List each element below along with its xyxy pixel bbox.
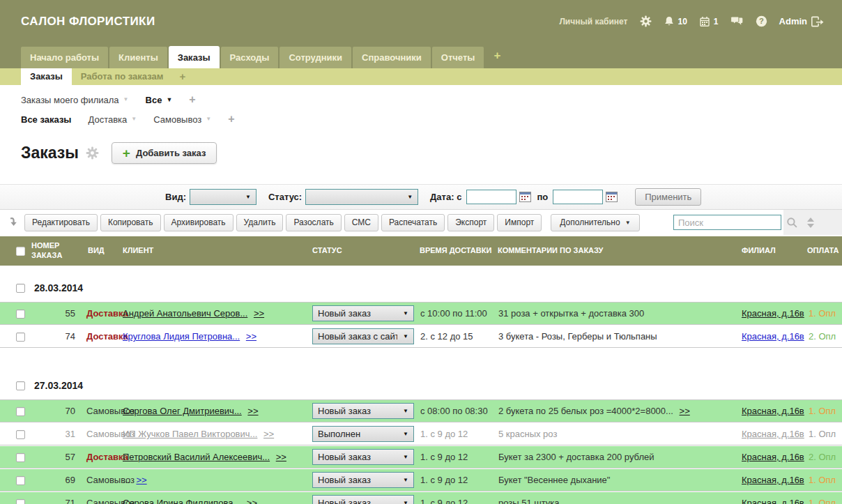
col-branch[interactable]: ФИЛИАЛ (737, 246, 803, 256)
client-expand-link[interactable]: >> (246, 331, 257, 342)
client-link[interactable]: Петровский Василий Алексеевич... (123, 452, 270, 462)
row-checkbox[interactable] (16, 453, 25, 462)
filter-all[interactable]: Все ▼ (146, 95, 173, 105)
archive-button[interactable]: Архивировать (164, 214, 234, 231)
client-expand-link[interactable]: >> (247, 406, 258, 416)
client-link[interactable]: ИП Жучков Павел Викторович... (123, 429, 257, 439)
date-from-input[interactable] (466, 190, 516, 204)
subtab-rabota-po-zakazam[interactable]: Работа по заказам (72, 68, 173, 85)
filter-branch-orders[interactable]: Заказы моего филиала ▼ (21, 95, 129, 105)
branch-link[interactable]: Красная, д.16в (742, 308, 804, 319)
filter-pickup[interactable]: Самовывоз ▼ (153, 114, 211, 125)
tab-rashody[interactable]: Расходы (221, 47, 279, 68)
order-status-select[interactable]: Новый заказ ▼ (312, 472, 414, 488)
order-status-select[interactable]: Новый заказ ▼ (312, 449, 414, 465)
subtab-zakazy[interactable]: Заказы (21, 68, 72, 85)
kind-select[interactable]: ▼ (190, 189, 257, 205)
tab-spravochniki[interactable]: Справочники (353, 47, 431, 68)
client-link[interactable]: Серова Ирина Филлипова... (123, 498, 240, 504)
help-button[interactable]: ? (756, 15, 767, 27)
col-client[interactable]: КЛИЕНТ (118, 246, 308, 256)
branch-link[interactable]: Красная, д.16в (742, 498, 804, 504)
client-expand-link[interactable]: >> (247, 498, 257, 504)
collapse-toolbar-icon[interactable] (8, 217, 18, 228)
branch-link[interactable]: Красная, д.16в (742, 429, 804, 439)
filter-delivery[interactable]: Доставка ▼ (88, 114, 137, 125)
search-icon[interactable] (786, 217, 798, 229)
group-checkbox[interactable] (16, 284, 25, 293)
edit-button[interactable]: Редактировать (24, 214, 98, 231)
client-expand-link[interactable]: >> (136, 475, 146, 485)
messages-button[interactable] (730, 16, 744, 27)
client-expand-link[interactable]: >> (276, 452, 286, 462)
search-input[interactable] (673, 215, 781, 230)
comment-expand-link[interactable]: >> (680, 406, 690, 416)
notifications-button[interactable]: 10 (664, 15, 687, 27)
date-to-input[interactable] (553, 190, 603, 204)
order-status-select[interactable]: Новый заказ ▼ (312, 403, 414, 419)
apply-filter-button[interactable]: Применить (635, 188, 701, 206)
export-button[interactable]: Экспорт (447, 214, 494, 231)
col-status[interactable]: СТАТУС (308, 246, 415, 256)
date-to-calendar-icon[interactable] (606, 192, 618, 202)
settings-button[interactable] (640, 15, 652, 27)
order-status-select[interactable]: Новый заказ с сайта ▼ (312, 328, 414, 344)
print-button[interactable]: Распечатать (381, 214, 445, 231)
sort-desc-icon[interactable] (807, 224, 814, 228)
client-link[interactable]: Круглова Лидия Петровна... (123, 331, 240, 342)
tab-nachalo-raboty[interactable]: Начало работы (21, 47, 108, 68)
add-order-button[interactable]: + Добавить заказ (112, 142, 217, 164)
row-checkbox[interactable] (16, 407, 25, 416)
date-from-calendar-icon[interactable] (519, 192, 531, 202)
col-payment[interactable]: ОПЛАТА (803, 246, 842, 256)
branch-link[interactable]: Красная, д.16в (742, 331, 804, 342)
row-checkbox[interactable] (16, 499, 25, 504)
copy-button[interactable]: Копировать (100, 214, 161, 231)
client-link[interactable]: Андрей Анатольевич Серов... (123, 308, 247, 319)
col-comment[interactable]: КОММЕНТАРИИ ПО ЗАКАЗУ (493, 246, 737, 256)
select-all-checkbox[interactable] (16, 247, 25, 256)
tab-otchety[interactable]: Отчеты (432, 47, 484, 68)
col-delivery-time[interactable]: ВРЕМЯ ДОСТАВКИ (415, 246, 493, 256)
row-checkbox[interactable] (16, 476, 25, 485)
branch-link[interactable]: Красная, д.16в (742, 475, 804, 485)
table-row[interactable]: 70 Самовывоз Сергова Олег Дмитриевич... … (0, 400, 842, 422)
client-expand-link[interactable]: >> (254, 308, 264, 319)
delete-button[interactable]: Удалить (236, 214, 284, 231)
table-row[interactable]: 71 Самовывоз Серова Ирина Филлипова... >… (0, 492, 842, 504)
col-kind[interactable]: ВИД (84, 246, 118, 256)
calendar-button[interactable]: 1 (699, 16, 719, 27)
table-row[interactable]: 69 Самовывоз ... >> Новый заказ ▼ 1. с 9… (0, 469, 842, 491)
page-settings-gear-icon[interactable] (86, 146, 99, 160)
sort-asc-icon[interactable] (807, 217, 814, 222)
more-actions-button[interactable]: Дополнительно ▼ (551, 214, 639, 231)
table-row[interactable]: 57 Доставка Петровский Василий Алексееви… (0, 446, 842, 468)
user-menu[interactable]: Admin (779, 16, 824, 27)
row-checkbox[interactable] (16, 333, 25, 342)
send-button[interactable]: Разослать (286, 214, 341, 231)
col-order-number[interactable]: НОМЕР ЗАКАЗА (31, 241, 84, 261)
order-status-select[interactable]: Выполнен ▼ (312, 426, 414, 442)
branch-link[interactable]: Красная, д.16в (742, 406, 804, 416)
row-checkbox[interactable] (16, 430, 25, 439)
add-tab-button[interactable]: + (485, 45, 509, 68)
personal-account-link[interactable]: Личный кабинет (559, 17, 627, 26)
row-checkbox[interactable] (16, 310, 25, 319)
branch-link[interactable]: Красная, д.16в (742, 452, 804, 462)
add-subtab-button[interactable]: + (172, 68, 192, 85)
import-button[interactable]: Импорт (497, 214, 542, 231)
tab-sotrudniki[interactable]: Сотрудники (280, 47, 351, 68)
tab-klienty[interactable]: Клиенты (109, 47, 167, 68)
tab-zakazy[interactable]: Заказы (169, 46, 220, 68)
order-status-select[interactable]: Новый заказ ▼ (312, 305, 414, 321)
add-filter-button[interactable]: + (228, 113, 234, 125)
order-status-select[interactable]: Новый заказ ▼ (312, 495, 414, 504)
status-filter-select[interactable]: ▼ (305, 189, 418, 205)
add-filter-button[interactable]: + (189, 93, 195, 106)
table-row[interactable]: 31 Самовывоз ИП Жучков Павел Викторович.… (0, 423, 842, 445)
table-row[interactable]: 74 Доставка Круглова Лидия Петровна... >… (0, 326, 842, 348)
filter-all-orders[interactable]: Все заказы (21, 114, 71, 125)
table-row[interactable]: 55 Доставка Андрей Анатольевич Серов... … (0, 303, 842, 325)
client-link[interactable]: Сергова Олег Дмитриевич... (123, 406, 242, 416)
group-checkbox[interactable] (16, 381, 25, 390)
